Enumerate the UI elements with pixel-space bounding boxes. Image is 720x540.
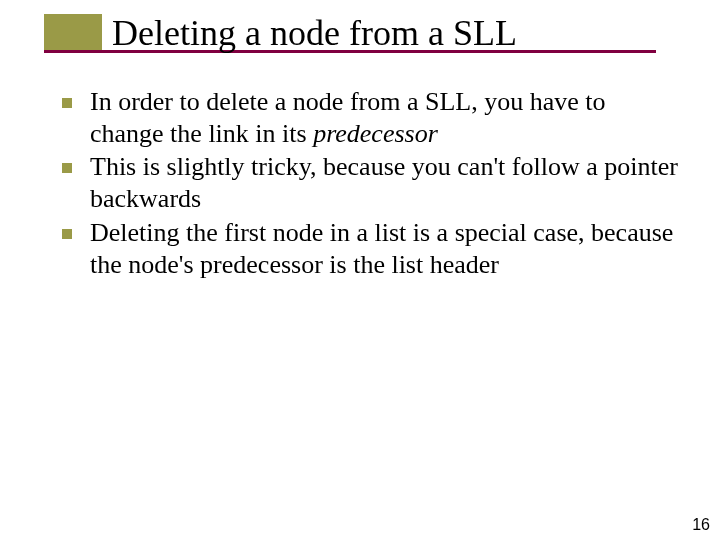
list-item: Deleting the first node in a list is a s…	[62, 217, 680, 280]
bullet-icon	[62, 98, 72, 108]
page-number: 16	[692, 516, 710, 534]
slide: Deleting a node from a SLL In order to d…	[0, 0, 720, 540]
bullet-text: In order to delete a node from a SLL, yo…	[90, 86, 680, 149]
bullet-text: This is slightly tricky, because you can…	[90, 151, 680, 214]
list-item: This is slightly tricky, because you can…	[62, 151, 680, 214]
body-content: In order to delete a node from a SLL, yo…	[62, 86, 680, 282]
bullet-icon	[62, 163, 72, 173]
title-accent-block	[44, 14, 102, 50]
bullet-icon	[62, 229, 72, 239]
list-item: In order to delete a node from a SLL, yo…	[62, 86, 680, 149]
slide-title: Deleting a node from a SLL	[112, 12, 517, 54]
bullet-text: Deleting the first node in a list is a s…	[90, 217, 680, 280]
